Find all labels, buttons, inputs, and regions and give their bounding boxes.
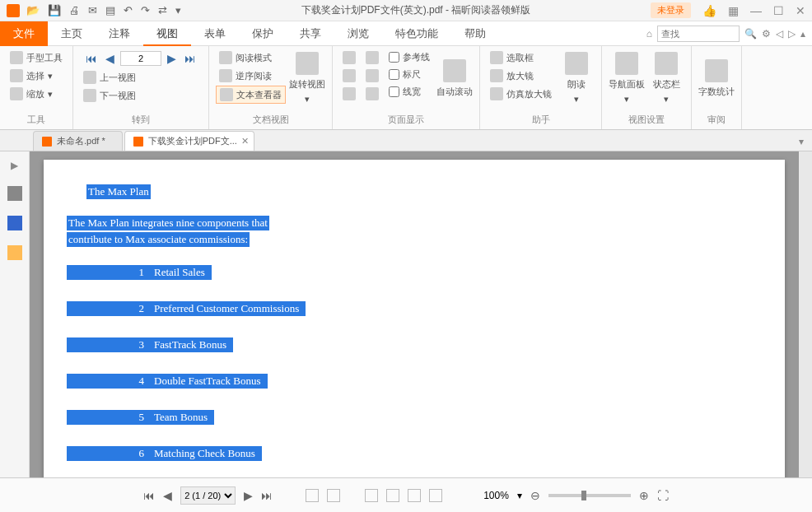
expand-panel-icon[interactable]: ▶ xyxy=(11,160,18,171)
apps-icon[interactable]: ▦ xyxy=(728,4,739,17)
tab-help[interactable]: 帮助 xyxy=(451,21,499,46)
prev-page-button[interactable]: ◀ xyxy=(163,489,172,502)
search-home-icon[interactable]: ⌂ xyxy=(646,28,652,40)
text-viewer-button[interactable]: 文本查看器 xyxy=(216,86,286,104)
rotate-view-button[interactable]: 旋转视图▾ xyxy=(289,49,325,107)
next-page-button[interactable]: ▶ xyxy=(244,489,253,502)
first-page-button[interactable]: ⏮ xyxy=(143,489,155,502)
zoom-slider[interactable] xyxy=(548,494,631,497)
tabs-menu-icon[interactable]: ▾ xyxy=(791,133,812,151)
doc-list-item[interactable]: 3FastTrack Bonus xyxy=(67,337,762,352)
view-mode-3-icon[interactable] xyxy=(365,489,378,502)
read-aloud-button[interactable]: 朗读▾ xyxy=(558,49,595,107)
close-icon[interactable]: ✕ xyxy=(796,4,805,17)
layout2-button[interactable] xyxy=(339,67,359,84)
doc-para-1[interactable]: The Max Plan integrates nine components … xyxy=(67,216,269,230)
pages-panel-icon[interactable] xyxy=(7,186,22,201)
autoscroll-button[interactable]: 自动滚动 xyxy=(436,49,473,107)
vertical-scrollbar[interactable] xyxy=(799,151,812,477)
nav-back-icon[interactable]: ◁ xyxy=(776,28,783,40)
layout1-button[interactable] xyxy=(339,49,359,66)
loupe-button[interactable]: 放大镜 xyxy=(487,67,555,84)
tab-form[interactable]: 表单 xyxy=(191,21,239,46)
zoom-button[interactable]: 缩放▾ xyxy=(7,86,66,102)
lw-checkbox[interactable] xyxy=(389,86,399,97)
redo-icon[interactable]: ↷ xyxy=(141,4,150,16)
layout4-button[interactable] xyxy=(362,49,382,66)
close-tab-icon[interactable]: ✕ xyxy=(241,136,249,147)
doc-list-item[interactable]: 4Double FastTrack Bonus xyxy=(67,374,762,389)
print-icon[interactable]: 🖨 xyxy=(69,4,80,16)
qat-more-icon[interactable]: ▾ xyxy=(175,4,181,16)
tab-view[interactable]: 视图 xyxy=(143,21,191,46)
select-button[interactable]: 选择▾ xyxy=(7,67,66,84)
search-icon[interactable]: 🔍 xyxy=(744,28,757,40)
tab-comment[interactable]: 注释 xyxy=(96,21,143,46)
ruler-button[interactable]: 标尺 xyxy=(385,67,433,82)
minimize-icon[interactable]: — xyxy=(750,4,762,17)
scan-icon[interactable]: ▤ xyxy=(105,4,115,16)
layout5-button[interactable] xyxy=(362,67,382,84)
wordcount-button[interactable]: 字数统计 xyxy=(698,49,735,107)
comments-panel-icon[interactable] xyxy=(7,245,22,260)
refline-button[interactable]: 参考线 xyxy=(385,49,433,65)
last-page-icon[interactable]: ⏭ xyxy=(182,52,198,65)
doc-list-item[interactable]: 5Team Bonus xyxy=(67,410,762,425)
refline-checkbox[interactable] xyxy=(389,52,399,63)
view-mode-4-icon[interactable] xyxy=(386,489,399,502)
layout6-button[interactable] xyxy=(362,86,382,102)
maximize-icon[interactable]: ☐ xyxy=(773,4,784,17)
login-status[interactable]: 未登录 xyxy=(651,2,691,18)
view-mode-1-icon[interactable] xyxy=(306,489,319,502)
doc-tab-2[interactable]: 下载奖金计划PDF文...✕ xyxy=(124,131,254,151)
fullscreen-icon[interactable]: ⛶ xyxy=(657,489,669,502)
reverse-read-button[interactable]: 逆序阅读 xyxy=(216,67,286,84)
status-bar-button[interactable]: 状态栏▾ xyxy=(648,49,684,107)
doc-list-item[interactable]: 2Preferred Customer Commissions xyxy=(67,301,762,316)
hand-tool-button[interactable]: 手型工具 xyxy=(7,49,66,66)
prev-page-icon[interactable]: ◀ xyxy=(103,52,117,65)
tab-file[interactable]: 文件 xyxy=(0,21,48,46)
next-page-icon[interactable]: ▶ xyxy=(165,52,179,65)
next-view-button[interactable]: 下一视图 xyxy=(80,87,202,104)
zoom-in-button[interactable]: ⊕ xyxy=(639,489,649,502)
undo-icon[interactable]: ↶ xyxy=(124,4,133,16)
document-canvas[interactable]: The Max Plan The Max Plan integrates nin… xyxy=(30,151,799,477)
nav-panel-button[interactable]: 导航面板▾ xyxy=(609,49,645,107)
prev-view-button[interactable]: 上一视图 xyxy=(80,69,202,86)
last-page-button[interactable]: ⏭ xyxy=(261,489,273,502)
save-icon[interactable]: 💾 xyxy=(48,4,61,16)
view-mode-6-icon[interactable] xyxy=(429,489,442,502)
layers-panel-icon[interactable] xyxy=(7,216,22,230)
tab-browse[interactable]: 浏览 xyxy=(334,21,382,46)
doc-tab-1[interactable]: 未命名.pdf * xyxy=(33,131,123,151)
gear-icon[interactable]: ⚙ xyxy=(762,28,771,40)
collapse-ribbon-icon[interactable]: ▴ xyxy=(800,28,805,40)
first-page-icon[interactable]: ⏮ xyxy=(83,52,100,65)
layout3-button[interactable] xyxy=(339,86,359,102)
zoom-thumb[interactable] xyxy=(581,491,586,500)
doc-title[interactable]: The Max Plan xyxy=(86,184,151,199)
open-icon[interactable]: 📂 xyxy=(26,4,40,16)
linewidth-button[interactable]: 线宽 xyxy=(385,84,433,100)
view-mode-5-icon[interactable] xyxy=(408,489,421,502)
zoom-out-button[interactable]: ⊖ xyxy=(530,489,540,502)
marquee-button[interactable]: 选取框 xyxy=(487,49,555,66)
zoom-dropdown-icon[interactable]: ▾ xyxy=(517,490,522,501)
tab-share[interactable]: 共享 xyxy=(287,21,334,46)
doc-list-item[interactable]: 1Retail Sales xyxy=(67,265,762,280)
tab-home[interactable]: 主页 xyxy=(48,21,96,46)
email-icon[interactable]: ✉ xyxy=(88,4,97,16)
convert-icon[interactable]: ⇄ xyxy=(158,4,167,16)
doc-list-item[interactable]: 6Matching Check Bonus xyxy=(67,446,762,461)
ruler-checkbox[interactable] xyxy=(389,69,399,80)
search-input[interactable] xyxy=(657,26,740,42)
nav-fwd-icon[interactable]: ▷ xyxy=(788,28,796,40)
magnifier-button[interactable]: 仿真放大镜 xyxy=(487,86,555,102)
view-mode-2-icon[interactable] xyxy=(327,489,340,502)
page-number-input[interactable] xyxy=(120,51,161,66)
like-icon[interactable]: 👍 xyxy=(702,4,716,17)
page-selector[interactable]: 2 (1 / 20) xyxy=(180,486,236,505)
tab-protect[interactable]: 保护 xyxy=(239,21,287,46)
tab-features[interactable]: 特色功能 xyxy=(382,21,451,46)
